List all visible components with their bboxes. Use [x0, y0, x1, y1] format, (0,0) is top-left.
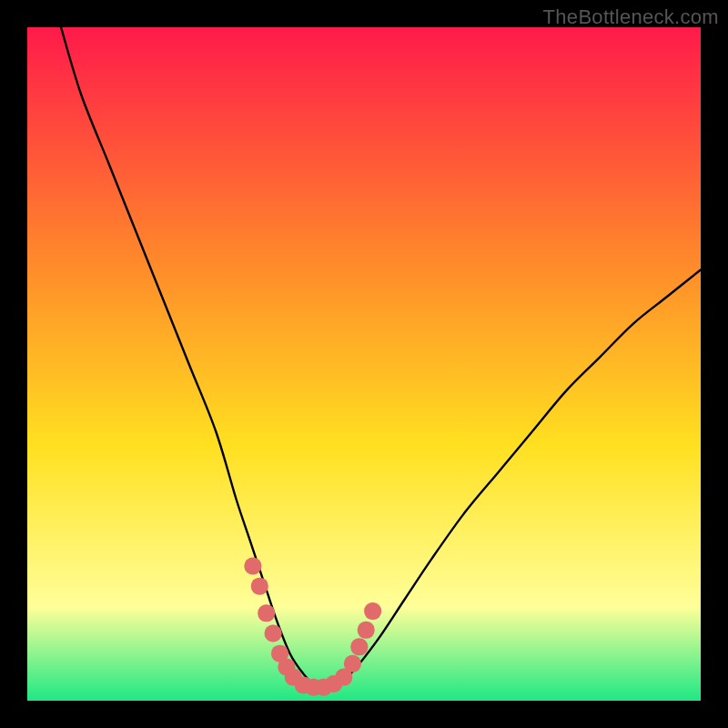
- curve-marker: [244, 558, 261, 575]
- curve-marker: [265, 625, 282, 642]
- curve-marker: [358, 622, 375, 639]
- curve-marker: [350, 638, 368, 655]
- curve-marker: [344, 655, 361, 672]
- curve-marker: [258, 604, 275, 622]
- gradient-background: [27, 27, 701, 701]
- watermark-text: TheBottleneck.com: [543, 5, 719, 29]
- bottleneck-chart: [27, 27, 701, 701]
- chart-frame: [27, 27, 701, 701]
- curve-marker: [251, 578, 268, 595]
- curve-marker: [364, 602, 381, 620]
